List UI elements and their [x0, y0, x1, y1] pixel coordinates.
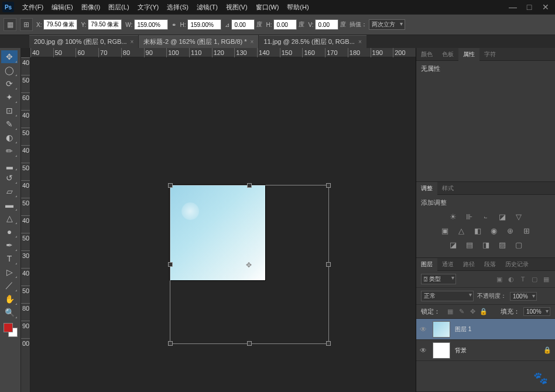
transform-center[interactable]: ✥: [246, 261, 252, 269]
minimize-button[interactable]: —: [506, 2, 520, 12]
exposure-icon[interactable]: ◪: [497, 212, 508, 221]
filter-shape-icon[interactable]: ▢: [530, 275, 539, 283]
blend-mode-select[interactable]: 正常: [421, 291, 474, 301]
eyedropper-tool[interactable]: ✎: [1, 118, 18, 130]
transform-handle[interactable]: [326, 262, 331, 267]
close-tab-icon[interactable]: ×: [358, 39, 362, 45]
zoom-tool[interactable]: 🔍: [1, 306, 18, 319]
color-swatch[interactable]: [4, 323, 18, 337]
path-select-tool[interactable]: ▷: [1, 266, 18, 278]
healing-brush-tool[interactable]: ◐: [1, 131, 18, 144]
menu-edit[interactable]: 编辑(E): [48, 1, 77, 13]
brush-tool[interactable]: ✏: [1, 145, 18, 157]
menu-select[interactable]: 选择(S): [163, 1, 192, 13]
pen-tool[interactable]: ✒: [1, 239, 18, 252]
tab-adjustments[interactable]: 调整: [416, 182, 437, 195]
tab-paths[interactable]: 路径: [458, 258, 479, 271]
tab-history[interactable]: 历史记录: [501, 258, 533, 271]
photo-filter-icon[interactable]: ◉: [489, 226, 499, 235]
threshold-icon[interactable]: ◨: [481, 240, 491, 249]
layer-row[interactable]: 👁 图层 1: [416, 319, 555, 340]
move-tool[interactable]: ✥: [1, 50, 18, 63]
lasso-tool[interactable]: ⟳: [1, 77, 18, 90]
canvas[interactable]: ✥: [30, 57, 416, 392]
magic-wand-tool[interactable]: ✦: [1, 91, 18, 104]
lock-position-icon[interactable]: ✥: [468, 308, 477, 316]
h-input[interactable]: [187, 19, 221, 30]
angle-input[interactable]: [231, 19, 255, 30]
link-icon[interactable]: ⚭: [172, 22, 176, 28]
document-tab[interactable]: 11.jpg @ 28.5% (图层 0, RGB...×: [259, 35, 366, 48]
filter-smart-icon[interactable]: ▦: [542, 275, 550, 283]
text-tool[interactable]: T: [1, 252, 18, 265]
transform-handle[interactable]: [247, 183, 252, 188]
x-input[interactable]: [43, 19, 77, 30]
tab-character[interactable]: 字符: [479, 48, 501, 61]
stamp-tool[interactable]: ▂: [1, 158, 18, 171]
posterize-icon[interactable]: ▤: [464, 240, 475, 249]
close-button[interactable]: ✕: [539, 2, 553, 12]
levels-icon[interactable]: ⊪: [464, 212, 475, 221]
fill-input[interactable]: 100%: [523, 307, 550, 316]
marquee-tool[interactable]: ◯: [1, 64, 18, 77]
document-tab[interactable]: 未标题-2 @ 162% (图层 1, RGB/8) *×: [139, 35, 258, 48]
curves-icon[interactable]: ⨽: [481, 212, 491, 221]
layer-name[interactable]: 背景: [455, 346, 539, 355]
selective-color-icon[interactable]: ▢: [513, 240, 524, 249]
lock-transparency-icon[interactable]: ▦: [446, 308, 454, 316]
shape-tool[interactable]: ／: [1, 279, 18, 292]
color-balance-icon[interactable]: △: [456, 226, 467, 235]
menu-layer[interactable]: 图层(L): [105, 1, 132, 13]
eraser-tool[interactable]: ▱: [1, 185, 18, 198]
tab-color[interactable]: 颜色: [416, 48, 437, 61]
menu-image[interactable]: 图像(I): [78, 1, 104, 13]
layer-name[interactable]: 图层 1: [455, 325, 551, 333]
channel-mixer-icon[interactable]: ⊕: [505, 226, 516, 235]
gradient-map-icon[interactable]: ▨: [497, 240, 508, 249]
document-tab[interactable]: 200.jpg @ 100% (图层 0, RGB...×: [29, 35, 138, 48]
maximize-button[interactable]: □: [522, 2, 536, 12]
close-tab-icon[interactable]: ×: [131, 39, 134, 45]
transform-tool-icon[interactable]: ▦: [4, 18, 16, 31]
close-tab-icon[interactable]: ×: [251, 39, 254, 45]
tab-paragraphs[interactable]: 段落: [479, 258, 501, 271]
transform-handle[interactable]: [168, 183, 173, 188]
filter-adjustment-icon[interactable]: ◐: [507, 275, 515, 283]
menu-view[interactable]: 视图(V): [222, 1, 251, 13]
tab-swatches[interactable]: 色板: [437, 48, 458, 61]
invert-icon[interactable]: ◪: [448, 240, 458, 249]
menu-help[interactable]: 帮助(H): [283, 1, 312, 13]
filter-pixel-icon[interactable]: ▣: [495, 275, 503, 283]
tab-channels[interactable]: 通道: [437, 258, 458, 271]
y-input[interactable]: [88, 19, 122, 30]
skew-v-input[interactable]: [315, 19, 338, 30]
filter-type-icon[interactable]: T: [519, 275, 527, 283]
reference-point-icon[interactable]: ⊞: [20, 18, 33, 31]
hsl-icon[interactable]: ▣: [440, 226, 450, 235]
w-input[interactable]: [134, 19, 168, 30]
hand-tool[interactable]: ✋: [1, 293, 18, 305]
interp-select[interactable]: 两次立方: [369, 19, 405, 30]
filter-kind-select[interactable]: ⍰ 类型: [421, 274, 456, 284]
transform-handle[interactable]: [247, 341, 252, 346]
color-lookup-icon[interactable]: ⊞: [522, 226, 532, 235]
dodge-tool[interactable]: ●: [1, 225, 18, 238]
lock-pixels-icon[interactable]: ✎: [457, 308, 465, 316]
vibrance-icon[interactable]: ▽: [513, 212, 524, 221]
tab-styles[interactable]: 样式: [437, 182, 458, 195]
crop-tool[interactable]: ⊡: [1, 104, 18, 117]
layer-thumbnail[interactable]: [433, 321, 450, 338]
transform-handle[interactable]: [326, 183, 331, 188]
foreground-color[interactable]: [4, 323, 13, 332]
transform-handle[interactable]: [168, 262, 173, 267]
opacity-input[interactable]: 100%: [510, 292, 537, 301]
menu-filter[interactable]: 滤镜(T): [193, 1, 221, 13]
skew-h-input[interactable]: [273, 19, 297, 30]
tab-layers[interactable]: 图层: [416, 258, 437, 271]
transform-handle[interactable]: [326, 341, 331, 346]
visibility-toggle-icon[interactable]: 👁: [420, 325, 428, 333]
history-brush-tool[interactable]: ↺: [1, 171, 18, 184]
transform-handle[interactable]: [168, 341, 173, 346]
layer-thumbnail[interactable]: [433, 342, 450, 359]
layer-row[interactable]: 👁 背景 🔒: [416, 340, 555, 361]
